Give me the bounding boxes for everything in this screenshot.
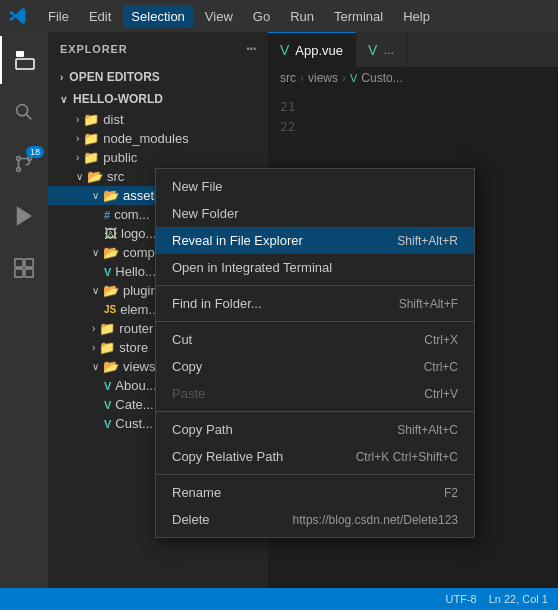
tab-label-more: ... [383, 42, 394, 57]
menu-edit[interactable]: Edit [81, 5, 119, 28]
tab-bar: V App.vue V ... [268, 32, 558, 67]
tree-item-node-modules[interactable]: › 📁 node_modules [48, 129, 268, 148]
source-control-activity-icon[interactable]: 18 [0, 140, 48, 188]
status-bar-right: UTF-8 Ln 22, Col 1 [446, 593, 549, 605]
open-editors-section[interactable]: › OPEN EDITORS [48, 66, 268, 88]
menu-file[interactable]: File [40, 5, 77, 28]
menu-help[interactable]: Help [395, 5, 438, 28]
ctx-new-folder[interactable]: New Folder [156, 200, 474, 227]
ctx-paste-shortcut: Ctrl+V [424, 387, 458, 401]
breadcrumb-sep2: › [342, 71, 346, 85]
svg-rect-8 [15, 259, 23, 267]
ctx-copy-label: Copy [172, 359, 202, 374]
tree-label-public: public [103, 150, 137, 165]
ctx-find-folder[interactable]: Find in Folder... Shift+Alt+F [156, 290, 474, 317]
tree-label-dist: dist [103, 112, 123, 127]
svg-point-6 [17, 157, 21, 161]
ctx-copy[interactable]: Copy Ctrl+C [156, 353, 474, 380]
ctx-copy-path[interactable]: Copy Path Shift+Alt+C [156, 416, 474, 443]
status-position[interactable]: Ln 22, Col 1 [489, 593, 548, 605]
vue-file-icon-about: V [104, 380, 111, 392]
ctx-copy-relative-path-shortcut: Ctrl+K Ctrl+Shift+C [356, 450, 458, 464]
tree-arrow-dist: › [76, 114, 79, 125]
tree-label-cate: Cate... [115, 397, 153, 412]
tree-arrow-node-modules: › [76, 133, 79, 144]
tree-arrow-components: ∨ [92, 247, 99, 258]
vue-file-icon-cate: V [104, 399, 111, 411]
ctx-new-file-label: New File [172, 179, 223, 194]
line-21: 21 [280, 97, 558, 117]
folder-icon-views: 📂 [103, 359, 119, 374]
ctx-delete[interactable]: Delete https://blog.csdn.net/Delete123 [156, 506, 474, 533]
tree-label-node-modules: node_modules [103, 131, 188, 146]
ctx-rename-label: Rename [172, 485, 221, 500]
folder-icon-plugins: 📂 [103, 283, 119, 298]
folder-icon-store: 📁 [99, 340, 115, 355]
tree-label-hello: Hello... [115, 264, 155, 279]
activity-bar: 18 [0, 32, 48, 610]
svg-rect-0 [16, 51, 24, 57]
js-file-icon: JS [104, 304, 116, 315]
open-editors-label: OPEN EDITORS [69, 70, 159, 84]
menu-view[interactable]: View [197, 5, 241, 28]
explorer-activity-icon[interactable] [0, 36, 48, 84]
line-22: 22 [280, 117, 558, 137]
project-section[interactable]: ∨ HELLO-WORLD [48, 88, 268, 110]
ctx-delete-shortcut: https://blog.csdn.net/Delete123 [293, 513, 458, 527]
tab-app-vue[interactable]: V App.vue [268, 32, 356, 67]
run-activity-icon[interactable] [0, 192, 48, 240]
ctx-paste: Paste Ctrl+V [156, 380, 474, 407]
menu-run[interactable]: Run [282, 5, 322, 28]
vue-tab-icon-2: V [368, 42, 377, 58]
ctx-new-file[interactable]: New File [156, 173, 474, 200]
extensions-activity-icon[interactable] [0, 244, 48, 292]
tab-more[interactable]: V ... [356, 32, 407, 67]
folder-icon-src: 📂 [87, 169, 103, 184]
ctx-copy-relative-path[interactable]: Copy Relative Path Ctrl+K Ctrl+Shift+C [156, 443, 474, 470]
tree-arrow-store: › [92, 342, 95, 353]
ctx-divider-1 [156, 285, 474, 286]
ctx-divider-3 [156, 411, 474, 412]
breadcrumb-views: views [308, 71, 338, 85]
menu-go[interactable]: Go [245, 5, 278, 28]
tree-label-views: views [123, 359, 156, 374]
menu-terminal[interactable]: Terminal [326, 5, 391, 28]
vscode-logo-icon [8, 6, 28, 26]
tree-item-public[interactable]: › 📁 public [48, 148, 268, 167]
ctx-paste-label: Paste [172, 386, 205, 401]
ctx-divider-4 [156, 474, 474, 475]
search-activity-icon[interactable] [0, 88, 48, 136]
ctx-find-folder-label: Find in Folder... [172, 296, 262, 311]
svg-rect-9 [25, 259, 33, 267]
ctx-cut-label: Cut [172, 332, 192, 347]
ctx-copy-path-shortcut: Shift+Alt+C [397, 423, 458, 437]
ctx-rename[interactable]: Rename F2 [156, 479, 474, 506]
tree-arrow-router: › [92, 323, 95, 334]
tab-label-app-vue: App.vue [295, 43, 343, 58]
tree-label-about: Abou... [115, 378, 156, 393]
ctx-open-terminal[interactable]: Open in Integrated Terminal [156, 254, 474, 281]
menu-selection[interactable]: Selection [123, 5, 192, 28]
folder-icon-dist: 📁 [83, 112, 99, 127]
tree-arrow-views: ∨ [92, 361, 99, 372]
tree-label-element: elem... [120, 302, 159, 317]
sidebar-title: EXPLORER [60, 43, 128, 55]
sidebar-more-button[interactable]: ··· [246, 40, 256, 58]
ctx-reveal-explorer[interactable]: Reveal in File Explorer Shift+Alt+R [156, 227, 474, 254]
status-encoding[interactable]: UTF-8 [446, 593, 477, 605]
tree-item-dist[interactable]: › 📁 dist [48, 110, 268, 129]
svg-rect-1 [16, 59, 34, 69]
status-bar: UTF-8 Ln 22, Col 1 [0, 588, 558, 610]
tree-label-com: com... [114, 207, 149, 222]
ctx-cut[interactable]: Cut Ctrl+X [156, 326, 474, 353]
tree-label-logo: logo... [121, 226, 156, 241]
tree-label-store: store [119, 340, 148, 355]
ctx-new-folder-label: New Folder [172, 206, 238, 221]
breadcrumb-sep1: › [300, 71, 304, 85]
ctx-reveal-explorer-label: Reveal in File Explorer [172, 233, 303, 248]
sidebar-header: EXPLORER ··· [48, 32, 268, 66]
project-label: HELLO-WORLD [73, 92, 163, 106]
tree-arrow-plugins: ∨ [92, 285, 99, 296]
ctx-reveal-explorer-shortcut: Shift+Alt+R [397, 234, 458, 248]
ctx-open-terminal-label: Open in Integrated Terminal [172, 260, 332, 275]
